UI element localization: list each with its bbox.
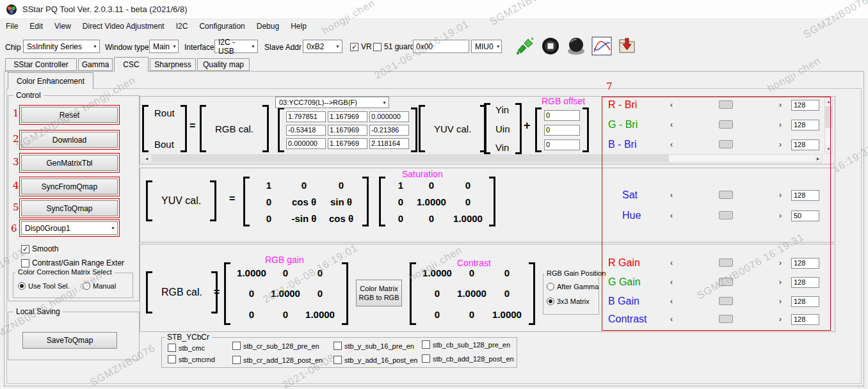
chevron-left-icon[interactable]: ‹ [667, 297, 676, 306]
chevron-left-icon[interactable]: ‹ [667, 278, 676, 287]
chevron-right-icon[interactable]: › [776, 100, 785, 109]
chevron-left-icon[interactable]: ‹ [667, 120, 676, 129]
matrix-cell[interactable] [328, 111, 367, 122]
g-gain-value-input[interactable] [791, 277, 819, 288]
slider-thumb[interactable] [719, 278, 733, 286]
guard-checkbox[interactable]: 51 guard [373, 42, 414, 51]
csc-preset-combo[interactable]: 03:YCC709(L)-->RGB(F) ▼ [275, 97, 389, 108]
interface-combo[interactable]: I2C - USB ▼ [214, 40, 258, 53]
menu-direct-video-adjustment[interactable]: Direct Video Adjustment [77, 22, 170, 31]
slider-thumb[interactable] [719, 211, 733, 219]
matrix-cell[interactable] [286, 138, 326, 149]
chip-combo[interactable]: SsInfinity Series ▼ [23, 40, 100, 53]
scrollbar-thumb[interactable] [151, 155, 669, 162]
stop-icon[interactable] [539, 36, 562, 56]
color-matrix-rgb-to-rgb-button[interactable]: Color Matrix RGB to RGB [356, 280, 402, 306]
offset-cell[interactable] [544, 125, 580, 136]
tab-quality-map[interactable]: Quality map [197, 58, 250, 71]
export-folder-icon[interactable] [616, 36, 639, 56]
use-tool-sel-radio[interactable]: Use Tool Sel. [18, 282, 70, 290]
chevron-right-icon[interactable]: › [776, 191, 785, 200]
hue-value-input[interactable] [791, 210, 819, 221]
connect-icon[interactable] [513, 36, 536, 56]
chevron-left-icon[interactable]: ‹ [667, 100, 676, 109]
matrix-cell[interactable] [328, 125, 367, 136]
slider-thumb[interactable] [719, 140, 733, 148]
scrollbar-track[interactable] [150, 155, 814, 162]
menu-view[interactable]: View [49, 22, 77, 31]
sat-value-input[interactable] [791, 190, 819, 201]
menu-configuration[interactable]: Configuration [193, 22, 250, 31]
gen-matrix-tbl-button[interactable]: GenMatrixTbl [21, 155, 118, 171]
matrix-cell[interactable] [286, 125, 326, 136]
chevron-left-icon[interactable]: ‹ [667, 140, 676, 149]
sync-to-qmap-button[interactable]: SyncToQmap [21, 200, 118, 216]
matrix-cell[interactable] [286, 111, 326, 122]
menu-file[interactable]: File [0, 22, 24, 31]
slider-thumb[interactable] [719, 258, 733, 267]
register-input[interactable] [413, 40, 469, 53]
chevron-right-icon[interactable]: › [776, 211, 785, 220]
scroll-right-icon[interactable]: ▶ [814, 155, 822, 163]
menu-i2c[interactable]: I2C [170, 22, 194, 31]
reset-button[interactable]: Reset [21, 107, 118, 123]
slider-thumb[interactable] [719, 191, 733, 199]
chevron-right-icon[interactable]: › [776, 120, 785, 129]
menu-debug[interactable]: Debug [251, 22, 285, 31]
chevron-left-icon[interactable]: ‹ [667, 211, 676, 220]
chevron-right-icon[interactable]: › [776, 297, 785, 306]
slave-addr-combo[interactable]: 0xB2 ▼ [303, 40, 342, 53]
tab-sstar-controller[interactable]: SStar Controller [5, 58, 77, 71]
slider-track[interactable] [676, 100, 776, 110]
slider-thumb[interactable] [719, 297, 733, 305]
slider-thumb[interactable] [719, 120, 733, 129]
offset-cell[interactable] [544, 139, 580, 150]
menu-help[interactable]: Help [285, 22, 312, 31]
chevron-left-icon[interactable]: ‹ [667, 258, 676, 267]
contrast-value-input[interactable] [791, 314, 819, 325]
download-button[interactable]: Download [21, 132, 118, 148]
b-bri-value-input[interactable] [791, 139, 819, 150]
after-gamma-radio[interactable]: After Gamma [547, 283, 599, 290]
slider-track[interactable] [676, 139, 776, 150]
burn-icon[interactable] [565, 36, 588, 56]
slider-track[interactable] [676, 190, 776, 200]
matrix-3x3-radio[interactable]: 3x3 Matrix [547, 298, 590, 305]
slider-track[interactable] [676, 258, 776, 268]
tab-sharpness[interactable]: Sharpness [150, 58, 196, 71]
chevron-right-icon[interactable]: › [776, 258, 785, 267]
chevron-right-icon[interactable]: › [776, 140, 785, 149]
sync-from-qmap-button[interactable]: SyncFromQmap [21, 179, 118, 194]
slider-thumb[interactable] [719, 315, 733, 323]
horizontal-scrollbar[interactable]: ◀ ▶ [142, 154, 823, 163]
r-gain-value-input[interactable] [791, 258, 819, 269]
scroll-left-icon[interactable]: ◀ [143, 155, 150, 163]
b-gain-value-input[interactable] [791, 296, 819, 307]
slider-track[interactable] [676, 210, 776, 221]
tab-gamma[interactable]: Gamma [78, 58, 113, 71]
tab-csc[interactable]: CSC [114, 57, 149, 72]
slider-track[interactable] [676, 277, 776, 287]
save-to-qmap-button[interactable]: SaveToQmap [22, 332, 117, 349]
matrix-cell[interactable] [369, 111, 409, 122]
miu-combo[interactable]: MIU0 ▼ [471, 40, 502, 53]
chevron-left-icon[interactable]: ‹ [667, 191, 676, 200]
g-bri-value-input[interactable] [791, 120, 819, 131]
tab-color-enhancement[interactable]: Color Enhancement [8, 72, 93, 89]
slider-track[interactable] [676, 314, 776, 324]
matrix-cell[interactable] [328, 138, 367, 149]
slider-track[interactable] [676, 296, 776, 306]
chevron-left-icon[interactable]: ‹ [667, 315, 676, 324]
chevron-right-icon[interactable]: › [776, 315, 785, 324]
vr-checkbox[interactable]: ✓ VR [350, 42, 372, 51]
chevron-right-icon[interactable]: › [776, 278, 785, 287]
matrix-cell[interactable] [369, 125, 409, 136]
disp-group-combo[interactable]: Disp0Group1 ▼ [21, 221, 118, 235]
offset-cell[interactable] [544, 110, 580, 121]
slider-track[interactable] [676, 120, 776, 130]
window-type-combo[interactable]: Main ▼ [149, 40, 179, 53]
curve-icon[interactable] [590, 36, 613, 56]
r-bri-value-input[interactable] [791, 100, 819, 111]
matrix-cell[interactable] [369, 138, 409, 149]
menu-edit[interactable]: Edit [24, 22, 49, 31]
